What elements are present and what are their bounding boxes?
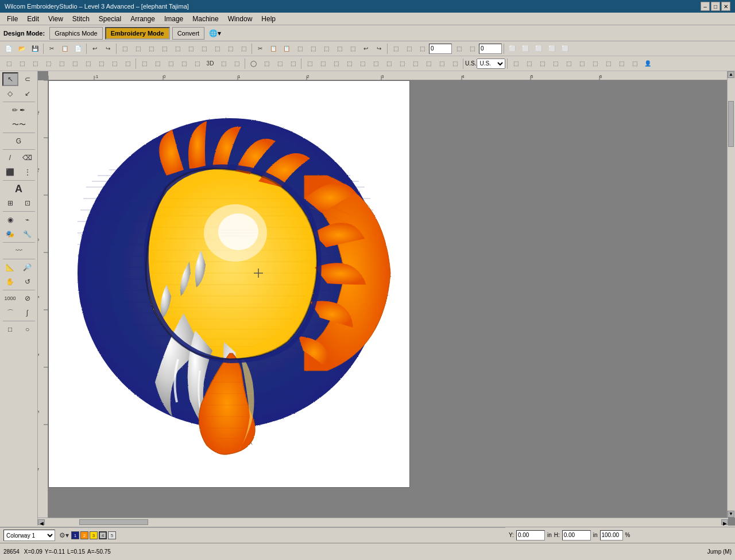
tb-icon-1[interactable]: ⬚: [118, 42, 131, 55]
tb2-8[interactable]: ⬚: [95, 57, 107, 70]
tb2-5[interactable]: ⬚: [55, 57, 68, 70]
wavy-btn[interactable]: 〰: [3, 244, 35, 258]
tb2-21[interactable]: ⬚: [273, 57, 286, 70]
text-btn[interactable]: A: [11, 182, 27, 196]
rotate-btn[interactable]: ↺: [20, 275, 36, 289]
tb2-4[interactable]: ⬚: [42, 57, 55, 70]
paste-btn[interactable]: 📄: [72, 42, 84, 55]
tb2-9[interactable]: ⬚: [108, 57, 121, 70]
measure-btn[interactable]: 📐: [2, 260, 18, 274]
arrange-btn[interactable]: ⊞: [2, 196, 18, 210]
unit-select[interactable]: U.S. Metric: [477, 59, 505, 69]
redo-btn[interactable]: ↪: [102, 42, 114, 55]
bezier-btn[interactable]: ∫: [20, 306, 36, 320]
open-btn[interactable]: 📂: [16, 42, 28, 55]
fill-btn[interactable]: ⬛: [2, 165, 18, 179]
node-edit-btn[interactable]: ◇: [2, 87, 18, 100]
tb-icon-13[interactable]: 📋: [280, 42, 293, 55]
tb2-7[interactable]: ⬚: [82, 57, 94, 70]
reshape-btn[interactable]: ↙: [20, 87, 36, 100]
save-btn[interactable]: 💾: [29, 42, 41, 55]
tb2-37[interactable]: ⬚: [536, 57, 548, 70]
warp-btn[interactable]: ⌁: [20, 213, 36, 227]
tb2-12[interactable]: ⬚: [151, 57, 164, 70]
minimize-btn[interactable]: –: [701, 2, 710, 11]
tb2-41[interactable]: ⬚: [589, 57, 601, 70]
menu-view[interactable]: View: [44, 14, 68, 24]
tb2-20[interactable]: ⬚: [260, 57, 273, 70]
menu-window[interactable]: Window: [223, 14, 257, 24]
tb2-23[interactable]: ⬚: [303, 57, 316, 70]
freehand-btn[interactable]: 〜〜: [3, 118, 35, 131]
emboss-btn[interactable]: ◉: [2, 213, 18, 227]
tb-icon-27[interactable]: ⬜: [519, 42, 532, 55]
design-canvas[interactable]: [48, 80, 410, 488]
tb-icon-11[interactable]: ✂: [254, 42, 266, 55]
tb2-18[interactable]: ⬚: [230, 57, 243, 70]
tb2-29[interactable]: ⬚: [382, 57, 395, 70]
tb2-6[interactable]: ⬚: [68, 57, 81, 70]
size-input[interactable]: [479, 44, 502, 54]
pan-btn[interactable]: ✋: [2, 275, 18, 289]
tb2-43[interactable]: ⬚: [615, 57, 628, 70]
tb2-1[interactable]: ⬚: [2, 57, 15, 70]
colorway-select[interactable]: Colorway 1 Colorway 2: [3, 530, 55, 541]
lasso-tool-btn[interactable]: ⊂: [20, 72, 36, 86]
tb-icon-29[interactable]: ⬜: [546, 42, 558, 55]
tb-icon-8[interactable]: ⬚: [211, 42, 223, 55]
menu-arrange[interactable]: Arrange: [126, 14, 160, 24]
tb2-44[interactable]: ⬚: [628, 57, 641, 70]
tb-icon-20[interactable]: ↪: [373, 42, 385, 55]
convert-btn[interactable]: Convert: [172, 27, 205, 40]
menu-edit[interactable]: Edit: [22, 14, 44, 24]
tb2-3[interactable]: ⬚: [29, 57, 41, 70]
special1-btn[interactable]: 🎭: [2, 227, 18, 241]
tb-icon-10[interactable]: ⬚: [237, 42, 250, 55]
color-5-btn[interactable]: 5: [108, 531, 116, 539]
tb-icon-2[interactable]: ⬚: [131, 42, 144, 55]
new-btn[interactable]: 📄: [2, 42, 15, 55]
tb2-22[interactable]: ⬚: [287, 57, 299, 70]
spray-btn[interactable]: ⋮: [20, 165, 36, 179]
tb-icon-16[interactable]: ⬚: [320, 42, 332, 55]
tb2-24[interactable]: ⬚: [316, 57, 329, 70]
line-stitch-btn[interactable]: 1000: [2, 291, 18, 305]
tb-icon-26[interactable]: ⬜: [506, 42, 519, 55]
tb-icon-12[interactable]: 📋: [267, 42, 280, 55]
tb2-17[interactable]: ⬚: [217, 57, 230, 70]
tb2-34[interactable]: ⬚: [448, 57, 461, 70]
cut-btn[interactable]: ✂: [45, 42, 58, 55]
menu-special[interactable]: Special: [94, 14, 126, 24]
tb2-28[interactable]: ⬚: [369, 57, 382, 70]
tb2-36[interactable]: ⬚: [523, 57, 535, 70]
tb2-32[interactable]: ⬚: [422, 57, 435, 70]
tb2-42[interactable]: ⬚: [602, 57, 614, 70]
color-2-btn[interactable]: 2: [80, 531, 88, 539]
color-4-btn[interactable]: 4: [99, 531, 107, 539]
colorway-settings-btn[interactable]: ⚙▾: [57, 529, 70, 542]
tb-icon-9[interactable]: ⬚: [224, 42, 237, 55]
tb2-13[interactable]: ⬚: [164, 57, 177, 70]
embroidery-mode-btn[interactable]: Embroidery Mode: [105, 27, 170, 40]
tb-icon-21[interactable]: ⬚: [389, 42, 402, 55]
vertical-scrollbar-thumb[interactable]: [728, 101, 734, 147]
tb2-45[interactable]: 👤: [641, 57, 654, 70]
tb2-30[interactable]: ⬚: [396, 57, 408, 70]
color-1-btn[interactable]: 1: [71, 531, 79, 539]
tb2-33[interactable]: ⬚: [435, 57, 448, 70]
y-pos-input[interactable]: [516, 530, 545, 540]
h-input[interactable]: [562, 530, 591, 540]
tb-icon-23[interactable]: ⬚: [416, 42, 428, 55]
maximize-btn[interactable]: □: [711, 2, 720, 11]
scroll-down-btn[interactable]: ▼: [728, 511, 734, 518]
select-tool-btn[interactable]: ↖: [2, 72, 18, 86]
tb-icon-7[interactable]: ⬚: [198, 42, 210, 55]
tb-icon-6[interactable]: ⬚: [184, 42, 197, 55]
satin-btn[interactable]: ⊘: [20, 291, 36, 305]
group-btn[interactable]: ⊡: [20, 196, 36, 210]
tb-icon-18[interactable]: ⬚: [346, 42, 359, 55]
tb-icon-25[interactable]: ⬚: [466, 42, 478, 55]
graphics-mode-btn[interactable]: Graphics Mode: [49, 27, 103, 40]
tb2-27[interactable]: ⬚: [356, 57, 369, 70]
undo-btn[interactable]: ↩: [88, 42, 101, 55]
